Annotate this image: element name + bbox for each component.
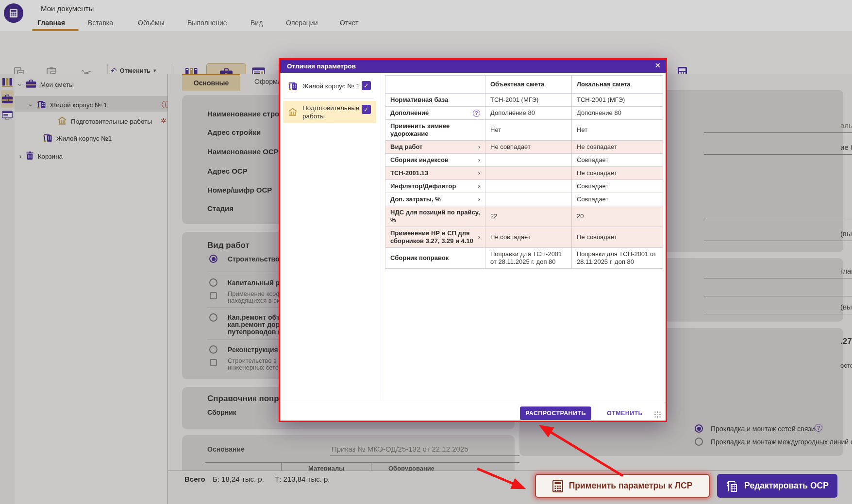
work-type-title: Вид работ — [207, 241, 250, 250]
tab-report[interactable]: Отчет — [340, 19, 358, 27]
dropdown-underline — [704, 241, 852, 241]
empty-header-cell — [385, 76, 485, 94]
row-label: Вид работ — [390, 143, 422, 151]
chevron-collapsed-icon[interactable]: › — [19, 152, 22, 160]
tree-item-label: Жилой корпус №1 — [56, 135, 112, 142]
table-border — [205, 462, 519, 463]
tree-item-trash[interactable]: › Корзина — [19, 151, 63, 162]
radio-longdistance-lines[interactable] — [695, 438, 703, 446]
dropdown-underline — [704, 314, 852, 314]
supplement-dropdown[interactable]: ие 80 от 15.12.2025 — [840, 143, 852, 151]
document-tree: › Мои сметы › Жилой корпус № 1 ⓘ Подгото… — [15, 74, 168, 504]
table-row-diff: НДС для позиций по прайсу, % 22 20 — [385, 206, 663, 227]
total-base-value: Б: 18,24 тыс. р. — [213, 475, 264, 483]
dialog-footer: РАСПРОСТРАНИТЬ ОТМЕНИТЬ — [280, 401, 666, 421]
chevron-right-icon[interactable]: › — [478, 182, 480, 190]
tab-volumes[interactable]: Объёмы — [138, 19, 165, 27]
row-label: Применение НР и СП для сборников 3.27, 3… — [390, 229, 476, 245]
list-divider — [284, 98, 373, 98]
table-row-diff[interactable]: ТСН-2001.13› Не совпадает — [385, 167, 663, 180]
tree-item-label: Подготовительные работы — [71, 118, 152, 125]
row-label: Инфлятор/Дефлятор — [390, 182, 456, 190]
tree-item-prep-works[interactable]: Подготовительные работы — [57, 116, 152, 127]
table-row-diff[interactable]: Применение НР и СП для сборников 3.27, 3… — [385, 227, 663, 248]
table-row[interactable]: Доп. затраты, %› Совпадает — [385, 193, 663, 206]
checkbox-checked[interactable]: ✓ — [362, 81, 371, 90]
app-logo-icon[interactable] — [4, 3, 23, 23]
undo-caret-icon[interactable]: ▾ — [153, 67, 156, 74]
chevron-right-icon[interactable]: › — [478, 195, 480, 203]
table-row: Дополнение? Дополнение 80 Дополнение 80 — [385, 107, 663, 120]
field-label-osr-address: Адрес ОСР — [207, 167, 248, 175]
trash-icon — [26, 151, 34, 162]
house-icon — [288, 107, 298, 117]
issue-219-dropdown[interactable]: (выпуск 219) — [840, 229, 852, 238]
spread-button[interactable]: РАСПРОСТРАНИТЬ — [520, 406, 591, 420]
radio-capital-repair[interactable] — [209, 278, 217, 287]
radio-reconstruction[interactable] — [209, 345, 217, 354]
tree-item-building2[interactable]: Жилой корпус №1 — [43, 133, 112, 144]
field-label-stage: Стадия — [207, 204, 234, 212]
chevron-expanded-icon[interactable]: › — [17, 83, 24, 86]
tab-view[interactable]: Вид — [251, 19, 263, 27]
chevron-expanded-icon[interactable]: › — [27, 104, 35, 106]
list-item-label: Жилой корпус № 1 — [302, 82, 360, 90]
apply-params-to-lsr-button[interactable]: Применить параметры к ЛСР — [535, 474, 710, 498]
tree-item-my-estimates[interactable]: › Мои сметы — [19, 80, 74, 90]
tab-basic[interactable]: Основные — [182, 74, 240, 91]
crane-icon — [726, 480, 738, 492]
chevron-right-icon[interactable]: › — [478, 169, 480, 177]
basis-input-underline — [330, 455, 519, 456]
tab-operations[interactable]: Операции — [286, 19, 318, 27]
chevron-right-icon[interactable]: › — [478, 143, 480, 151]
dropdown-underline — [704, 132, 852, 133]
building-crane-icon — [43, 133, 52, 144]
edit-osr-button[interactable]: Редактировать ОСР — [717, 474, 837, 498]
radio-construction[interactable] — [209, 255, 217, 263]
table-row[interactable]: Инфлятор/Дефлятор› Совпадает — [385, 180, 663, 193]
row-label: Дополнение — [390, 109, 429, 117]
help-icon[interactable]: ? — [473, 110, 480, 117]
issue-64-dropdown[interactable]: (выпуск 64) — [840, 303, 852, 311]
tree-item-label: Корзина — [38, 153, 63, 160]
strip-bases-icon[interactable] — [2, 78, 13, 89]
cancel-button[interactable]: ОТМЕНИТЬ — [606, 406, 643, 420]
normative-base-dropdown[interactable]: альные сметные нормативы для Москвы ТС… — [840, 121, 852, 130]
dropdown-underline — [704, 296, 852, 296]
row-label: ТСН-2001.13 — [390, 169, 428, 177]
chevron-right-icon[interactable]: › — [478, 156, 480, 164]
chevron-right-icon[interactable]: › — [478, 233, 480, 241]
dropdown-underline — [704, 154, 852, 155]
tree-item-building1[interactable]: › Жилой корпус № 1 — [30, 99, 107, 111]
tab-execution[interactable]: Выполнение — [187, 19, 227, 27]
checkbox-reconstruction[interactable] — [210, 359, 217, 366]
left-icon-strip — [0, 74, 15, 504]
checkbox-capital-coef[interactable] — [210, 292, 217, 299]
tab-insert[interactable]: Вставка — [88, 19, 113, 27]
help-icon[interactable]: ? — [815, 424, 822, 432]
field-label-osr-name: Наименование ОСР — [207, 147, 279, 156]
radio-construction-label: Строительство — [228, 255, 279, 263]
tree-item-label: Жилой корпус № 1 — [50, 101, 107, 109]
building-crane-icon — [288, 81, 298, 91]
strip-estimates-icon[interactable] — [1, 94, 13, 106]
tab-home[interactable]: Главная — [37, 19, 65, 27]
table-row-diff[interactable]: Вид работ› Не совпадает Не совпадает — [385, 141, 663, 154]
radio-cap-repair-objects[interactable] — [209, 313, 217, 322]
radio-comm-networks[interactable] — [695, 424, 703, 433]
table-row[interactable]: Сборник индексов› Совпадает — [385, 154, 663, 167]
basis-input[interactable]: Приказ № МКЭ-ОД/25-132 от 22.12.2025 — [332, 445, 468, 453]
close-icon[interactable]: ✕ — [654, 61, 661, 70]
chapter13-dropdown[interactable]: глава 13. Доп. 46 от 25.12.2025 — [840, 267, 852, 275]
table-row: Сборник поправок Поправки для ТСН-2001 о… — [385, 248, 663, 269]
total-label: Всего — [184, 475, 205, 483]
table-header-row: Объектная смета Локальная смета — [385, 76, 663, 94]
dialog-header[interactable]: Отличия параметров ✕ — [280, 60, 666, 73]
checkbox-checked[interactable]: ✓ — [362, 105, 371, 114]
table-row: Применить зимнее удорожание Нет Нет — [385, 120, 663, 141]
row-label: Сборник индексов — [390, 156, 449, 164]
ribbon-tab-bar: Главная Вставка Объёмы Выполнение Вид Оп… — [0, 17, 852, 32]
titlebar: Мои документы — [0, 0, 852, 17]
resize-grip[interactable] — [654, 411, 661, 418]
strip-opened-icon[interactable] — [2, 111, 13, 122]
